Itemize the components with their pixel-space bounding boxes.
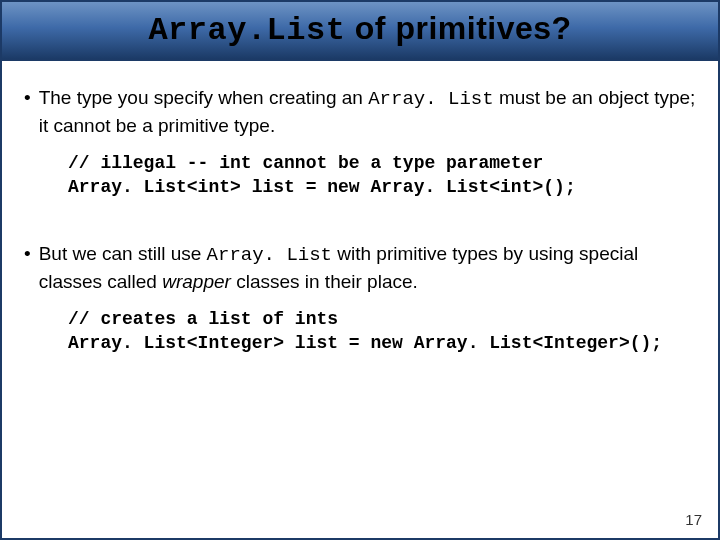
bullet-2: • But we can still use Array. List with … bbox=[24, 241, 696, 294]
bullet-dot-icon: • bbox=[24, 241, 31, 294]
bullet-2-post-b: classes in their place. bbox=[231, 271, 418, 292]
slide-title: Array.List of primitives? bbox=[2, 10, 718, 49]
bullet-1: • The type you specify when creating an … bbox=[24, 85, 696, 138]
bullet-dot-icon: • bbox=[24, 85, 31, 138]
bullet-2-text: But we can still use Array. List with pr… bbox=[39, 241, 696, 294]
title-mono: Array.List bbox=[148, 12, 345, 49]
page-number: 17 bbox=[685, 511, 702, 528]
bullet-1-mono: Array. List bbox=[368, 88, 493, 110]
bullet-1-text: The type you specify when creating an Ar… bbox=[39, 85, 696, 138]
slide: Array.List of primitives? • The type you… bbox=[0, 0, 720, 540]
title-bar: Array.List of primitives? bbox=[2, 2, 718, 61]
title-rest: of primitives? bbox=[345, 10, 571, 46]
bullet-2-mono: Array. List bbox=[207, 244, 332, 266]
code-block-2: // creates a list of ints Array. List<In… bbox=[68, 308, 696, 355]
code-block-1: // illegal -- int cannot be a type param… bbox=[68, 152, 696, 199]
bullet-2-italic: wrapper bbox=[162, 271, 231, 292]
bullet-1-pre: The type you specify when creating an bbox=[39, 87, 369, 108]
slide-content: • The type you specify when creating an … bbox=[2, 61, 718, 355]
bullet-2-pre: But we can still use bbox=[39, 243, 207, 264]
